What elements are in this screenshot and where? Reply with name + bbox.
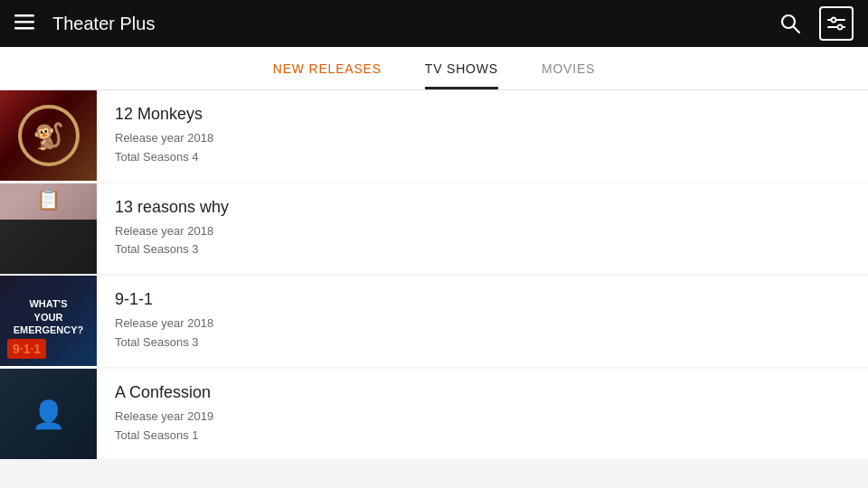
list-item[interactable]: A Confession Release year 2019 Total Sea… [0, 369, 868, 460]
settings-icon[interactable] [819, 6, 854, 41]
show-title: 13 reasons why [115, 198, 229, 217]
show-release-year: Release year 2018 [115, 222, 229, 241]
show-list: 12 Monkeys Release year 2018 Total Seaso… [0, 90, 868, 488]
show-info: A Confession Release year 2019 Total Sea… [97, 369, 231, 460]
show-info: 12 Monkeys Release year 2018 Total Seaso… [97, 90, 231, 182]
list-item[interactable]: 12 Monkeys Release year 2018 Total Seaso… [0, 90, 868, 182]
app-title: Theater Plus [52, 14, 155, 34]
show-thumbnail [0, 369, 97, 459]
show-title: 9-1-1 [115, 290, 213, 309]
svg-rect-2 [14, 27, 34, 30]
header: Theater Plus [0, 0, 868, 47]
show-seasons: Total Seasons 3 [115, 240, 229, 259]
list-item[interactable]: 13 reasons why Release year 2018 Total S… [0, 183, 868, 275]
show-info: 13 reasons why Release year 2018 Total S… [97, 183, 247, 275]
svg-line-4 [794, 27, 800, 33]
show-title: 12 Monkeys [115, 105, 213, 124]
tabs-nav: NEW RELEASES TV SHOWS MOVIES [0, 47, 868, 90]
show-release-year: Release year 2018 [115, 314, 213, 333]
tab-movies[interactable]: MOVIES [542, 47, 595, 89]
svg-rect-1 [14, 21, 34, 23]
show-release-year: Release year 2019 [115, 408, 213, 427]
header-actions [772, 5, 854, 42]
show-thumbnail: WHAT'SYOUREMERGENCY? [0, 276, 97, 366]
show-release-year: Release year 2018 [115, 129, 213, 148]
show-seasons: Total Seasons 1 [115, 427, 213, 446]
svg-point-8 [838, 25, 843, 30]
hamburger-icon[interactable] [14, 12, 34, 36]
list-item[interactable]: WHAT'SYOUREMERGENCY? 9-1-1 Release year … [0, 276, 868, 367]
show-seasons: Total Seasons 3 [115, 333, 213, 352]
tab-tv-shows[interactable]: TV SHOWS [425, 47, 498, 89]
tab-new-releases[interactable]: NEW RELEASES [273, 47, 382, 89]
show-thumbnail [0, 183, 97, 274]
show-info: 9-1-1 Release year 2018 Total Seasons 3 [97, 276, 231, 367]
svg-point-6 [832, 18, 836, 23]
svg-rect-0 [14, 14, 34, 17]
show-thumbnail [0, 90, 97, 181]
show-seasons: Total Seasons 4 [115, 148, 213, 167]
search-icon[interactable] [772, 5, 808, 42]
show-title: A Confession [115, 383, 213, 402]
